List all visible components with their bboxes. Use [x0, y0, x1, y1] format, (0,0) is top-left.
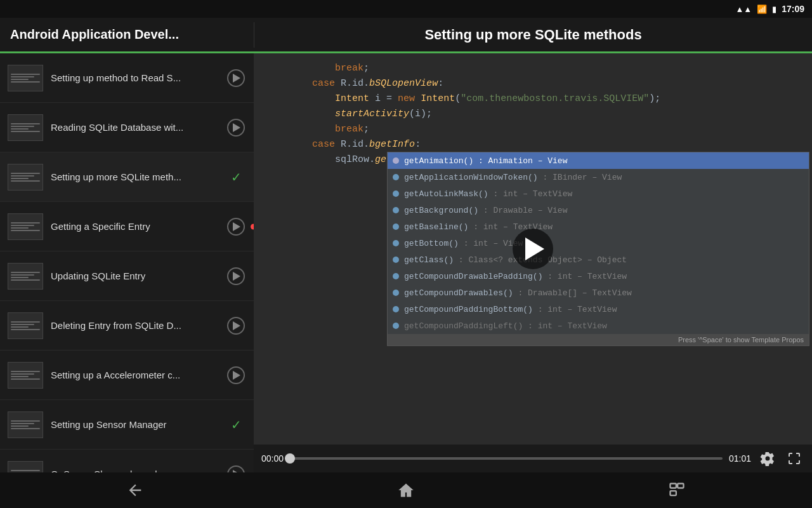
autocomplete-dropdown[interactable]: getAnimation() : Animation – View getApp…	[387, 152, 809, 346]
play-icon[interactable]	[226, 464, 246, 473]
list-item[interactable]: Setting up Sensor Manager ✓	[0, 400, 254, 450]
fullscreen-icon[interactable]	[784, 448, 804, 469]
autocomplete-item[interactable]: getAnimation() : Animation – View	[388, 152, 809, 169]
play-icon[interactable]	[226, 217, 246, 237]
status-time: 17:09	[782, 4, 804, 14]
list-item[interactable]: Setting up more SQLite meth... ✓	[0, 152, 254, 202]
autocomplete-item[interactable]: getBaseline() : int – TextView	[388, 218, 809, 235]
autocomplete-item[interactable]: getBackground() : Drawable – View	[388, 202, 809, 218]
battery-icon: ▮	[772, 4, 776, 14]
item-label: Deleting Entry from SQLite D...	[51, 319, 226, 332]
list-item[interactable]: OnSensorChanged accelero...	[0, 450, 254, 472]
list-item[interactable]: Reading SQLite Database wit...	[0, 103, 254, 152]
autocomplete-item[interactable]: getCompoundDrawablePadding() : int – Tex…	[388, 268, 809, 284]
home-button[interactable]	[382, 476, 430, 504]
back-button[interactable]	[111, 476, 159, 504]
list-item[interactable]: Getting a Specific Entry	[0, 202, 254, 251]
svg-rect-0	[670, 484, 676, 488]
check-icon: ✓	[226, 415, 246, 435]
status-bar: ▲▲ 📶 ▮ 17:09	[0, 0, 812, 18]
play-triangle-icon	[525, 237, 544, 260]
video-controls: 00:00 01:01	[254, 444, 812, 472]
item-label: Updating SQLite Entry	[51, 270, 226, 283]
total-time: 01:01	[729, 453, 751, 464]
header-left: Android Application Devel...	[0, 27, 254, 42]
autocomplete-item[interactable]: getAutoLinkMask() : int – TextView	[388, 185, 809, 202]
thumbnail	[8, 312, 43, 339]
play-icon[interactable]	[226, 316, 246, 336]
list-item[interactable]: Setting up method to Read S...	[0, 53, 254, 103]
autocomplete-item[interactable]: getCompoundPaddingLeft() : int – TextVie…	[388, 318, 809, 334]
autocomplete-item[interactable]: getApplicationWindowToken() : IBinder – …	[388, 169, 809, 185]
play-button[interactable]	[513, 229, 553, 269]
thumbnail	[8, 411, 43, 438]
thumbnail	[8, 461, 43, 473]
list-item[interactable]: Setting up a Accelerometer c...	[0, 351, 254, 400]
svg-rect-1	[678, 484, 683, 488]
autocomplete-item[interactable]: getBottom() : int – View	[388, 235, 809, 251]
current-time: 00:00	[261, 453, 284, 464]
app-title: Android Application Devel...	[10, 27, 179, 42]
item-label: Setting up more SQLite meth...	[51, 171, 226, 184]
check-icon: ✓	[226, 167, 246, 187]
settings-icon[interactable]	[757, 448, 778, 469]
progress-bar[interactable]	[290, 457, 723, 460]
signal-icon: 📶	[757, 4, 767, 14]
play-icon[interactable]	[226, 117, 246, 138]
svg-rect-2	[670, 491, 676, 495]
list-item[interactable]: Deleting Entry from SQLite D...	[0, 301, 254, 351]
item-label: Setting up Sensor Manager	[51, 418, 226, 431]
item-label: Reading SQLite Database wit...	[51, 121, 226, 134]
thumbnail	[8, 164, 43, 190]
list-item[interactable]: Updating SQLite Entry	[0, 251, 254, 301]
item-label: OnSensorChanged accelero...	[51, 468, 226, 472]
recents-button[interactable]	[653, 476, 701, 504]
thumbnail	[8, 263, 43, 290]
autocomplete-item[interactable]: getClass() : Class<? extends Object> – O…	[388, 251, 809, 268]
video-content[interactable]: break; case R.id.bSQLopenView: Intent i …	[254, 53, 812, 444]
item-label: Getting a Specific Entry	[51, 220, 226, 233]
nav-bar	[0, 472, 812, 508]
item-label: Setting up method to Read S...	[51, 72, 226, 84]
thumbnail	[8, 114, 43, 141]
play-icon[interactable]	[226, 68, 246, 88]
video-title: Setting up more SQLite methods	[254, 27, 812, 43]
thumbnail	[8, 65, 43, 91]
autocomplete-item[interactable]: getCompoundPaddingBottom() : int – TextV…	[388, 301, 809, 318]
play-icon[interactable]	[226, 266, 246, 286]
header: Android Application Devel... Setting up …	[0, 18, 812, 53]
play-icon[interactable]	[226, 365, 246, 385]
autocomplete-item[interactable]: getCompoundDrawables() : Drawable[] – Te…	[388, 284, 809, 301]
video-area: break; case R.id.bSQLopenView: Intent i …	[254, 53, 812, 472]
autocomplete-footer: Press '^Space' to show Template Propos	[388, 334, 809, 345]
sidebar[interactable]: Setting up method to Read S... Reading S…	[0, 53, 254, 472]
progress-thumb[interactable]	[285, 453, 295, 464]
thumbnail	[8, 213, 43, 240]
wifi-icon: ▲▲	[735, 4, 752, 14]
thumbnail	[8, 362, 43, 389]
item-label: Setting up a Accelerometer c...	[51, 369, 226, 382]
